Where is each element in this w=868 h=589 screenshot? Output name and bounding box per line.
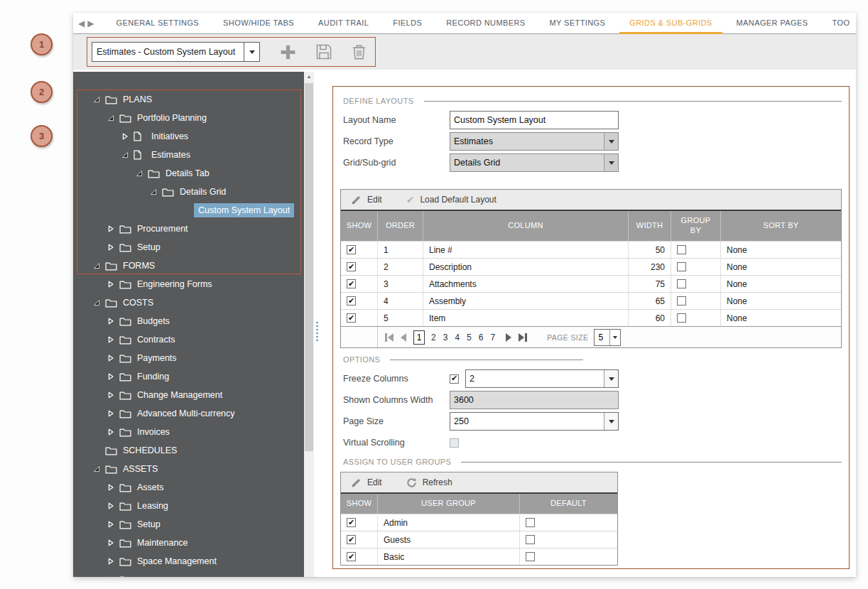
tree-item-maintenance[interactable]: Maintenance (73, 534, 304, 552)
collapse-icon[interactable] (107, 502, 114, 509)
tree-item-portfolio-planning[interactable]: Portfolio Planning (73, 109, 304, 127)
edit-button[interactable]: Edit (351, 195, 382, 205)
expand-icon[interactable] (93, 96, 100, 103)
collapse-icon[interactable] (107, 318, 114, 325)
tree-item-invoices[interactable]: Invoices (73, 423, 304, 441)
page-size-option-select[interactable]: 250 (450, 412, 619, 431)
expand-icon[interactable] (136, 170, 143, 177)
collapse-icon[interactable] (107, 373, 114, 380)
pager-prev-button[interactable] (401, 333, 406, 342)
dropdown-arrow-icon[interactable] (604, 413, 618, 430)
virtual-scrolling-checkbox[interactable] (450, 438, 459, 448)
pager-page-4[interactable]: 4 (451, 333, 463, 342)
layout-select[interactable]: Estimates - Custom System Layout (92, 42, 260, 62)
add-icon[interactable] (278, 43, 298, 62)
user-groups-edit-button[interactable]: Edit (351, 477, 382, 488)
tree-item-initiatives[interactable]: Initiatives (73, 127, 304, 146)
pager-page-2[interactable]: 2 (428, 333, 440, 342)
collapse-icon[interactable] (107, 428, 114, 436)
collapse-icon[interactable] (107, 484, 114, 491)
pager-current-page[interactable]: 1 (413, 330, 425, 345)
show-checkbox[interactable] (347, 313, 356, 323)
tree-item-funding[interactable]: Funding (73, 367, 304, 386)
dropdown-arrow-icon[interactable] (604, 154, 618, 171)
groupby-checkbox[interactable] (677, 245, 686, 254)
show-checkbox[interactable] (347, 262, 356, 271)
panel-splitter[interactable] (314, 72, 320, 577)
dropdown-arrow-icon[interactable] (604, 133, 618, 150)
tree-item-payments[interactable]: Payments (73, 349, 304, 367)
tab-grids-sub-grids[interactable]: GRIDS & SUB-GRIDS (617, 13, 724, 33)
collapse-icon[interactable] (107, 410, 114, 417)
tree-scrollbar[interactable]: ▲ (304, 72, 314, 577)
tab-show-hide-tabs[interactable]: SHOW/HIDE TABS (211, 13, 306, 33)
tree-item-contracts[interactable]: Contracts (73, 330, 304, 349)
dropdown-arrow-icon[interactable] (604, 370, 618, 387)
tree-item-assets[interactable]: ASSETS (73, 460, 304, 478)
groupby-checkbox[interactable] (677, 262, 686, 271)
tree-item-partial[interactable] (73, 571, 304, 577)
collapse-icon[interactable] (107, 521, 114, 528)
tree-item-details-tab[interactable]: Details Tab (73, 164, 304, 183)
pager-next-button[interactable] (506, 333, 511, 342)
scrollbar-up-icon[interactable]: ▲ (304, 74, 314, 79)
tree-item-schedules[interactable]: SCHEDULES (73, 441, 304, 460)
delete-icon[interactable] (350, 43, 368, 61)
tab-scroll-right-icon[interactable]: ▶ (86, 18, 95, 28)
show-checkbox[interactable] (347, 535, 356, 544)
groupby-checkbox[interactable] (677, 296, 686, 306)
pager-first-button[interactable] (385, 333, 394, 342)
pager-last-button[interactable] (519, 333, 527, 342)
freeze-columns-checkbox[interactable] (450, 374, 459, 384)
collapse-icon[interactable] (121, 133, 129, 140)
default-checkbox[interactable] (526, 552, 535, 561)
tree-item-advanced-multi-currency[interactable]: Advanced Multi-currency (73, 404, 304, 423)
tree-item-forms[interactable]: FORMS (73, 256, 304, 275)
scrollbar-thumb[interactable] (305, 83, 313, 451)
expand-icon[interactable] (150, 188, 157, 195)
expand-icon[interactable] (93, 299, 100, 306)
default-checkbox[interactable] (526, 518, 535, 527)
groupby-checkbox[interactable] (677, 313, 686, 323)
expand-icon[interactable] (93, 465, 100, 472)
tree-item-details-grid[interactable]: Details Grid (73, 183, 304, 201)
tree-item-plans[interactable]: PLANS (73, 90, 304, 109)
dropdown-arrow-icon[interactable] (609, 330, 620, 345)
tree-item-custom-system-layout[interactable]: Custom System Layout (73, 201, 304, 220)
expand-icon[interactable] (107, 114, 114, 121)
tab-general-settings[interactable]: GENERAL SETTINGS (104, 13, 211, 33)
tree-item-setup[interactable]: Setup (73, 238, 304, 256)
page-size-select[interactable]: 5 (594, 329, 621, 346)
tree-item-costs[interactable]: COSTS (73, 293, 304, 312)
tab-my-settings[interactable]: MY SETTINGS (538, 13, 618, 33)
show-checkbox[interactable] (347, 518, 356, 527)
collapse-icon[interactable] (107, 336, 114, 343)
tab-audit-trail[interactable]: AUDIT TRAIL (306, 13, 381, 33)
show-checkbox[interactable] (347, 279, 356, 288)
expand-icon[interactable] (121, 151, 129, 158)
collapse-icon[interactable] (107, 355, 114, 362)
tab-record-numbers[interactable]: RECORD NUMBERS (434, 13, 537, 33)
tree-item-change-management[interactable]: Change Management (73, 386, 304, 404)
pager-page-6[interactable]: 6 (475, 333, 487, 342)
collapse-icon[interactable] (107, 558, 114, 565)
collapse-icon[interactable] (107, 539, 114, 546)
grid-subgrid-select[interactable]: Details Grid (450, 153, 619, 172)
tab-scroll-left-icon[interactable]: ◀ (77, 18, 86, 28)
groupby-checkbox[interactable] (677, 279, 686, 288)
collapse-icon[interactable] (107, 391, 114, 399)
record-type-select[interactable]: Estimates (450, 132, 619, 151)
load-default-layout-button[interactable]: ✔ Load Default Layout (406, 195, 497, 205)
tree-item-leasing[interactable]: Leasing (73, 497, 304, 515)
collapse-icon[interactable] (107, 576, 114, 577)
pager-page-5[interactable]: 5 (463, 333, 475, 342)
pager-page-3[interactable]: 3 (440, 333, 452, 342)
dropdown-arrow-icon[interactable] (244, 43, 259, 61)
expand-icon[interactable] (93, 262, 100, 269)
show-checkbox[interactable] (347, 296, 356, 306)
tree-item-procurement[interactable]: Procurement (73, 220, 304, 238)
show-checkbox[interactable] (347, 552, 356, 561)
tree-item-budgets[interactable]: Budgets (73, 312, 304, 330)
default-checkbox[interactable] (526, 535, 535, 544)
tree-item-assets[interactable]: Assets (73, 478, 304, 497)
